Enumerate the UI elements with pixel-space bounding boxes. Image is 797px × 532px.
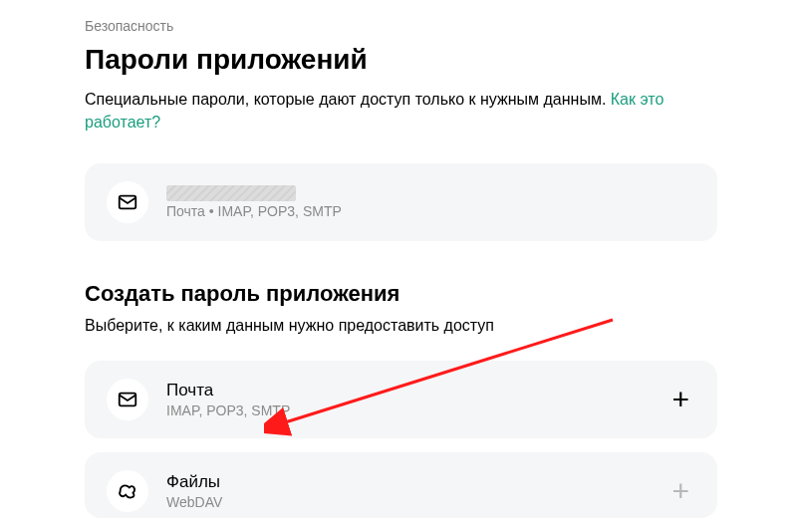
existing-password-card[interactable]: Почта • IMAP, POP3, SMTP (85, 163, 717, 241)
option-files-title: Файлы (166, 472, 648, 492)
plus-icon[interactable]: + (665, 385, 695, 414)
create-option-mail[interactable]: Почта IMAP, POP3, SMTP + (85, 361, 717, 438)
create-section-desc: Выберите, к каким данным нужно предостав… (85, 317, 717, 335)
existing-password-name-redacted (166, 185, 296, 201)
mail-icon (107, 181, 148, 223)
breadcrumb[interactable]: Безопасность (85, 18, 717, 34)
create-section-title: Создать пароль приложения (85, 281, 717, 307)
option-files-subtitle: WebDAV (166, 494, 648, 510)
page-title: Пароли приложений (85, 44, 717, 76)
files-icon (107, 470, 148, 512)
page-description: Специальные пароли, которые дают доступ … (85, 88, 717, 133)
plus-icon[interactable]: + (665, 476, 695, 506)
option-mail-title: Почта (166, 381, 648, 400)
create-option-files[interactable]: Файлы WebDAV + (85, 452, 717, 518)
option-mail-subtitle: IMAP, POP3, SMTP (166, 402, 648, 418)
description-text: Специальные пароли, которые дают доступ … (85, 91, 611, 108)
existing-password-subtitle: Почта • IMAP, POP3, SMTP (166, 203, 695, 219)
mail-icon (107, 379, 148, 420)
